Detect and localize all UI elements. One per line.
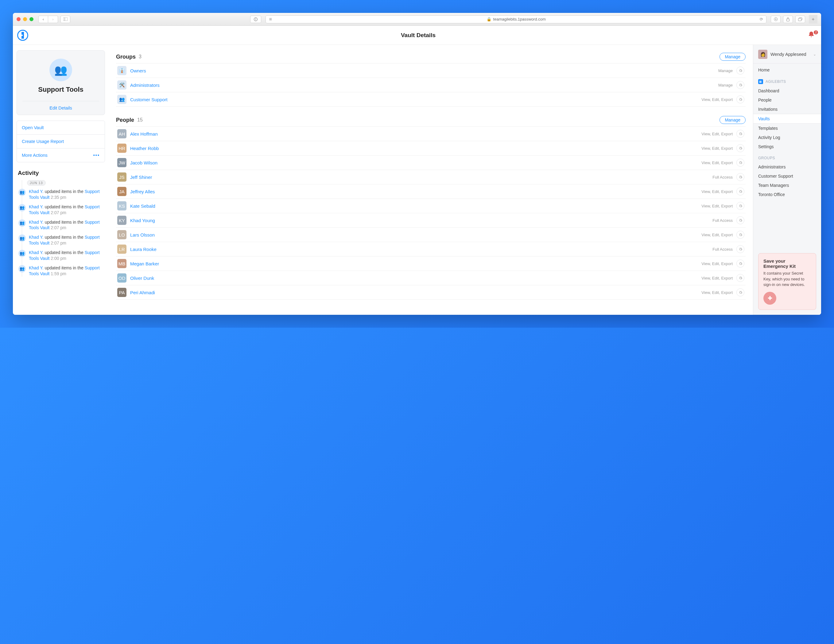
gear-icon bbox=[739, 98, 742, 102]
activity-actor: Khad Y. bbox=[29, 220, 44, 224]
minimize-window-icon[interactable] bbox=[23, 17, 27, 21]
more-actions-button[interactable]: More Actions ••• bbox=[17, 148, 105, 162]
person-settings-button[interactable] bbox=[736, 245, 744, 253]
gear-icon bbox=[739, 233, 742, 237]
nav-activity-log[interactable]: Activity Log bbox=[753, 133, 821, 142]
gear-icon bbox=[739, 218, 742, 223]
share-button[interactable] bbox=[783, 16, 793, 23]
app-logo-icon[interactable] bbox=[17, 30, 28, 41]
onepassword-icon bbox=[20, 32, 25, 39]
gear-icon bbox=[739, 276, 742, 280]
nav-group-item[interactable]: Administrators bbox=[753, 162, 821, 171]
nav-group-item[interactable]: Customer Support bbox=[753, 171, 821, 181]
manage-people-button[interactable]: Manage bbox=[719, 116, 745, 124]
groups-count: 3 bbox=[139, 54, 142, 60]
activity-item[interactable]: 👥Khad Y. updated items in the Support To… bbox=[18, 204, 105, 216]
address-bar[interactable]: ≡ 🔒 teamagilebits.1password.com ⟳ bbox=[265, 15, 766, 23]
group-name-link[interactable]: Administrators bbox=[130, 82, 160, 88]
activity-item[interactable]: 👥Khad Y. updated items in the Support To… bbox=[18, 220, 105, 231]
manage-groups-button[interactable]: Manage bbox=[719, 53, 745, 61]
forward-button[interactable]: › bbox=[48, 16, 58, 23]
gear-icon bbox=[739, 247, 742, 251]
nav-people[interactable]: People bbox=[753, 95, 821, 105]
edit-details-button[interactable]: Edit Details bbox=[23, 101, 99, 115]
person-settings-button[interactable] bbox=[736, 260, 744, 268]
nav-settings[interactable]: Settings bbox=[753, 142, 821, 151]
user-menu[interactable]: 👩 Wendy Appleseed ⌄ bbox=[753, 45, 821, 63]
gear-icon bbox=[739, 161, 742, 165]
group-settings-button[interactable] bbox=[736, 95, 744, 103]
back-button[interactable]: ‹ bbox=[38, 16, 48, 23]
open-vault-button[interactable]: Open Vault bbox=[17, 121, 105, 135]
gear-icon bbox=[739, 204, 742, 208]
privacy-report-button[interactable] bbox=[250, 16, 261, 23]
activity-item[interactable]: 👥Khad Y. updated items in the Support To… bbox=[18, 265, 105, 277]
maximize-window-icon[interactable] bbox=[29, 17, 34, 21]
person-settings-button[interactable] bbox=[736, 202, 744, 210]
app-header: Vault Details 2 bbox=[13, 26, 821, 45]
person-name-link[interactable]: Heather Robb bbox=[130, 146, 159, 151]
sidebar-button[interactable] bbox=[60, 16, 70, 23]
refresh-icon[interactable]: ⟳ bbox=[760, 17, 763, 21]
person-avatar-icon: OD bbox=[117, 273, 126, 282]
person-row: JAJeffrey AllesView, Edit, Export bbox=[116, 184, 745, 199]
close-window-icon[interactable] bbox=[16, 17, 21, 21]
groups-heading: Groups bbox=[116, 54, 136, 60]
person-settings-button[interactable] bbox=[736, 216, 744, 224]
page-title: Vault Details bbox=[28, 32, 808, 39]
gear-icon bbox=[739, 175, 742, 179]
person-settings-button[interactable] bbox=[736, 274, 744, 282]
tabs-button[interactable] bbox=[795, 16, 805, 23]
nav-templates[interactable]: Templates bbox=[753, 124, 821, 133]
person-settings-button[interactable] bbox=[736, 231, 744, 239]
activity-heading: Activity bbox=[18, 169, 105, 176]
notification-badge: 2 bbox=[814, 31, 818, 34]
activity-item[interactable]: 👥Khad Y. updated items in the Support To… bbox=[18, 189, 105, 200]
person-name-link[interactable]: Khad Young bbox=[130, 218, 155, 223]
gear-icon bbox=[739, 291, 742, 295]
people-count: 15 bbox=[137, 117, 143, 123]
person-name-link[interactable]: Jeffrey Alles bbox=[130, 189, 155, 194]
person-name-link[interactable]: Alex Hoffman bbox=[130, 131, 158, 137]
person-name-link[interactable]: Kate Sebald bbox=[130, 203, 155, 209]
nav-group-item[interactable]: Team Managers bbox=[753, 181, 821, 190]
person-name-link[interactable]: Oliver Dunk bbox=[130, 276, 154, 281]
person-name-link[interactable]: Laura Rooke bbox=[130, 247, 157, 252]
person-settings-button[interactable] bbox=[736, 173, 744, 181]
new-tab-button[interactable]: + bbox=[809, 15, 818, 24]
notifications-button[interactable]: 2 bbox=[808, 31, 817, 39]
nav-dashboard[interactable]: Dashboard bbox=[753, 86, 821, 95]
group-settings-button[interactable] bbox=[736, 66, 744, 74]
person-settings-button[interactable] bbox=[736, 187, 744, 195]
group-settings-button[interactable] bbox=[736, 81, 744, 89]
reader-icon: ≡ bbox=[269, 16, 272, 22]
nav-group-item[interactable]: Toronto Office bbox=[753, 190, 821, 199]
group-name-link[interactable]: Owners bbox=[130, 68, 146, 73]
emergency-kit-card[interactable]: Save your Emergency Kit It contains your… bbox=[758, 253, 816, 310]
vault-actions: Open Vault Create Usage Report More Acti… bbox=[16, 121, 105, 162]
nav-vaults[interactable]: Vaults bbox=[753, 114, 821, 124]
group-name-link[interactable]: Customer Support bbox=[130, 97, 168, 102]
nav-invitations[interactable]: Invitations bbox=[753, 105, 821, 114]
nav-org-heading: ▦ AGILEBITS bbox=[753, 77, 821, 86]
person-settings-button[interactable] bbox=[736, 144, 744, 152]
person-settings-button[interactable] bbox=[736, 130, 744, 138]
nav-home[interactable]: Home bbox=[753, 65, 821, 74]
activity-icon: 👥 bbox=[18, 189, 26, 196]
user-avatar-icon: 👩 bbox=[758, 50, 768, 59]
download-icon bbox=[774, 17, 778, 21]
downloads-button[interactable] bbox=[771, 16, 781, 23]
person-row: LRLaura RookeFull Access bbox=[116, 242, 745, 257]
right-column: 👩 Wendy Appleseed ⌄ Home ▦ AGILEBITS Das… bbox=[753, 45, 821, 315]
person-name-link[interactable]: Megan Barker bbox=[130, 261, 159, 266]
person-settings-button[interactable] bbox=[736, 288, 744, 296]
person-name-link[interactable]: Lars Olsson bbox=[130, 232, 155, 237]
person-settings-button[interactable] bbox=[736, 159, 744, 166]
shield-icon bbox=[254, 17, 258, 21]
activity-item[interactable]: 👥Khad Y. updated items in the Support To… bbox=[18, 250, 105, 261]
activity-item[interactable]: 👥Khad Y. updated items in the Support To… bbox=[18, 234, 105, 246]
person-name-link[interactable]: Jacob Wilson bbox=[130, 160, 157, 165]
create-report-button[interactable]: Create Usage Report bbox=[17, 135, 105, 148]
person-name-link[interactable]: Peri Ahmadi bbox=[130, 290, 155, 295]
person-name-link[interactable]: Jeff Shiner bbox=[130, 174, 152, 180]
